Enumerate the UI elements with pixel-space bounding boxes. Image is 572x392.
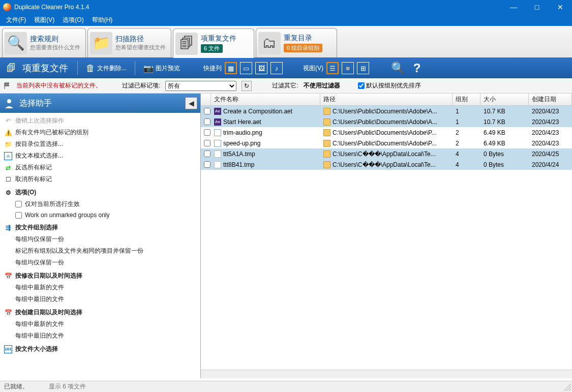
list-body[interactable]: AeCreate a Composition.aetC:\Users\Publi… bbox=[201, 106, 572, 370]
row-checkbox[interactable] bbox=[204, 161, 210, 168]
size-icon: 101 bbox=[4, 345, 12, 353]
cell-path: C:\Users\Public\Documents\Adobe\P... bbox=[320, 129, 453, 136]
col-created[interactable]: 创建日期 bbox=[529, 94, 572, 105]
col-preset-3-button[interactable]: 🖼 bbox=[255, 62, 267, 74]
invert-marks-item[interactable]: ⇄反选所有标记 bbox=[0, 162, 200, 173]
folder-icon bbox=[323, 108, 330, 115]
checkbox[interactable] bbox=[15, 212, 22, 219]
table-row[interactable]: AeCreate a Composition.aetC:\Users\Publi… bbox=[201, 106, 572, 116]
undo-selection-item[interactable]: ↶撤销上次选择操作 bbox=[0, 115, 200, 127]
filter-other-value[interactable]: 不使用过滤器 bbox=[304, 81, 340, 90]
unmark-all-item[interactable]: ☐取消所有标记 bbox=[0, 173, 200, 185]
camera-icon: 📷 bbox=[143, 64, 154, 73]
sidebar-title: 选择助手 bbox=[19, 98, 185, 109]
tab-search-rules[interactable]: 🔍 搜索规则 您需要查找什么文件 bbox=[2, 28, 86, 57]
row-checkbox[interactable] bbox=[204, 150, 210, 157]
cell-filename: speed-up.png bbox=[211, 140, 320, 147]
view-details-button[interactable]: ≡ bbox=[342, 62, 354, 74]
all-marked-groups-item[interactable]: ⚠️所有文件均已被标记的组别 bbox=[0, 127, 200, 138]
button-label: 图片预览 bbox=[156, 64, 180, 73]
filter-marked-select[interactable]: 所有 bbox=[165, 81, 236, 91]
opt-unmarked-only[interactable]: Work on unmarked groups only bbox=[0, 210, 200, 220]
close-button[interactable]: ✕ bbox=[549, 0, 572, 14]
table-row[interactable]: trim-audio.pngC:\Users\Public\Documents\… bbox=[201, 127, 572, 138]
separator bbox=[77, 61, 78, 75]
col-preset-4-button[interactable]: ♪ bbox=[270, 62, 283, 74]
minimize-button[interactable]: — bbox=[502, 0, 525, 14]
menu-view[interactable]: 视图(V) bbox=[30, 14, 58, 26]
horizontal-scrollbar[interactable] bbox=[201, 370, 572, 378]
tab-scan-path[interactable]: 📁 扫描路径 您希望在哪查找文件 bbox=[87, 28, 171, 57]
filter-bar: 当前列表中没有被标记的文件。 过滤已标记项: 所有 ↻ 过滤其它: 不使用过滤器… bbox=[0, 78, 572, 94]
opt-selected-only[interactable]: 仅对当前所选行生效 bbox=[0, 198, 200, 210]
col-path[interactable]: 路径 bbox=[320, 94, 453, 105]
table-row[interactable]: ttt8B41.tmpC:\Users\C���\AppData\Local\T… bbox=[201, 159, 572, 170]
col-checkbox[interactable] bbox=[201, 94, 211, 105]
dir-count-badge: 0 组目录组别 bbox=[284, 44, 322, 52]
status-ready: 已就绪。 bbox=[4, 382, 28, 391]
menubar: 文件(F) 视图(V) 选项(O) 帮助(H) bbox=[0, 14, 572, 26]
quick-columns-label: 快捷列 bbox=[203, 64, 222, 73]
cdate-header: 📅按创建日期以及时间选择 bbox=[0, 305, 200, 318]
cell-size: 0 Bytes bbox=[480, 150, 529, 158]
checkbox-label: 默认按组别优先排序 bbox=[366, 81, 421, 90]
tab-duplicate-dirs[interactable]: 🗂 重复目录 0 组目录组别 bbox=[256, 28, 337, 57]
group-icon: ⇶ bbox=[4, 224, 12, 232]
image-preview-button[interactable]: 📷 图片预览 bbox=[140, 63, 183, 74]
window-title: Duplicate Cleaner Pro 4.1.4 bbox=[14, 4, 502, 11]
col-size[interactable]: 大小 bbox=[480, 94, 529, 105]
row-checkbox[interactable] bbox=[204, 129, 210, 136]
help-icon[interactable]: ? bbox=[409, 60, 425, 76]
col-group[interactable]: 组别 bbox=[453, 94, 480, 105]
clear-icon: ☐ bbox=[4, 175, 12, 184]
cell-path: C:\Users\Public\Documents\Adobe\A... bbox=[320, 108, 453, 115]
cdate-newest-item[interactable]: 每组中最新的文件 bbox=[0, 318, 200, 330]
mdate-newest-item[interactable]: 每组中最新的文件 bbox=[0, 282, 200, 293]
table-row[interactable]: ttt5A1A.tmpC:\Users\C���\AppData\Local\T… bbox=[201, 148, 572, 159]
select-by-location-item[interactable]: 📁按目录位置选择... bbox=[0, 138, 200, 150]
resize-grip[interactable] bbox=[564, 384, 571, 391]
checkbox[interactable] bbox=[358, 82, 365, 89]
col-preset-1-button[interactable]: ▦ bbox=[225, 62, 237, 74]
view-label: 视图(V) bbox=[303, 64, 323, 73]
delete-files-button[interactable]: 🗑 文件删除... bbox=[83, 62, 130, 75]
group-select-header: ⇶按文件组别选择 bbox=[0, 220, 200, 233]
search-icon[interactable]: 🔍 bbox=[389, 60, 406, 76]
row-checkbox[interactable] bbox=[204, 108, 210, 114]
menu-options[interactable]: 选项(O) bbox=[58, 14, 87, 26]
checkbox[interactable] bbox=[15, 201, 22, 207]
cell-filename: trim-audio.png bbox=[211, 129, 320, 136]
app-icon bbox=[3, 3, 11, 11]
cell-filename: ttt5A1A.tmp bbox=[211, 150, 320, 158]
table-row[interactable]: AeStart Here.aetC:\Users\Public\Document… bbox=[201, 116, 572, 127]
menu-file[interactable]: 文件(F) bbox=[2, 14, 30, 26]
cell-filename: AeStart Here.aet bbox=[211, 118, 320, 126]
view-list-button[interactable]: ☰ bbox=[326, 62, 339, 74]
group-keep-one-item[interactable]: 每组均仅保留一份 bbox=[0, 233, 200, 245]
group-keep-one2-item[interactable]: 每组均仅保留一份 bbox=[0, 257, 200, 268]
view-grid-button[interactable]: ⊞ bbox=[357, 62, 369, 74]
maximize-button[interactable]: □ bbox=[525, 0, 549, 14]
svg-point-0 bbox=[7, 99, 11, 103]
cell-group: 4 bbox=[453, 161, 480, 168]
tab-duplicate-files[interactable]: 🗐 项重复文件 6 文件 bbox=[173, 28, 254, 58]
menu-help[interactable]: 帮助(H) bbox=[88, 14, 117, 26]
collapse-sidebar-button[interactable]: ◀ bbox=[185, 97, 197, 109]
select-by-pattern-item[interactable]: A按文本模式选择... bbox=[0, 150, 200, 162]
default-sort-checkbox[interactable]: 默认按组别优先排序 bbox=[358, 81, 421, 90]
cdate-oldest-item[interactable]: 每组中最旧的文件 bbox=[0, 330, 200, 342]
cell-date: 2020/4/23 bbox=[529, 140, 572, 147]
row-checkbox[interactable] bbox=[204, 140, 210, 146]
refresh-button[interactable]: ↻ bbox=[242, 81, 252, 91]
undo-icon: ↶ bbox=[4, 117, 12, 125]
row-checkbox[interactable] bbox=[204, 118, 210, 125]
cell-size: 6.49 KB bbox=[480, 140, 529, 147]
group-mark-all-item[interactable]: 标记所有组别以及文件夹相同的项目并保留一份 bbox=[0, 245, 200, 257]
cell-path: C:\Users\Public\Documents\Adobe\A... bbox=[320, 118, 453, 126]
warning-icon: ⚠️ bbox=[4, 129, 12, 137]
cell-group: 4 bbox=[453, 150, 480, 158]
col-filename[interactable]: 文件名称 bbox=[211, 94, 320, 105]
col-preset-2-button[interactable]: ▭ bbox=[240, 62, 252, 74]
table-row[interactable]: speed-up.pngC:\Users\Public\Documents\Ad… bbox=[201, 138, 572, 148]
mdate-oldest-item[interactable]: 每组中最旧的文件 bbox=[0, 293, 200, 305]
